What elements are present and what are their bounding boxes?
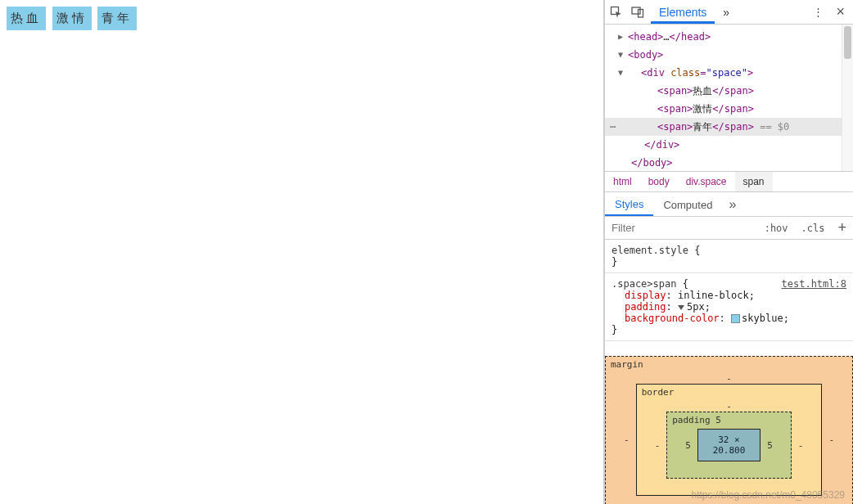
devtools-toolbar: Elements » ⋮ × bbox=[605, 0, 853, 25]
pill-3: 青年 bbox=[97, 7, 137, 30]
dom-tree[interactable]: ▶ <head>…</head> ▼ <body> ▼ <div class="… bbox=[605, 25, 853, 172]
tab-more[interactable]: » bbox=[715, 0, 738, 24]
rule-space-span[interactable]: test.html:8 .space>span { display: inlin… bbox=[605, 273, 853, 341]
dom-body[interactable]: <body> bbox=[628, 49, 663, 61]
crumb-body[interactable]: body bbox=[640, 172, 678, 191]
svg-rect-1 bbox=[632, 7, 640, 14]
box-model: margin - - border - - padding 5 bbox=[605, 341, 853, 504]
crumb-div[interactable]: div.space bbox=[678, 172, 735, 191]
margin-label: margin bbox=[611, 359, 643, 370]
dom-div[interactable]: <div class="space"> bbox=[641, 67, 753, 79]
tab-styles[interactable]: Styles bbox=[605, 192, 653, 216]
dom-head[interactable]: <head> bbox=[628, 31, 663, 43]
cls-toggle[interactable]: .cls bbox=[795, 219, 832, 237]
padding-label: padding 5 bbox=[672, 415, 721, 425]
kebab-icon[interactable]: ⋮ bbox=[810, 4, 826, 20]
device-icon[interactable] bbox=[630, 4, 646, 20]
space-container: 热血 激情 青年 bbox=[7, 7, 597, 30]
styles-more-icon[interactable]: » bbox=[722, 197, 742, 212]
dom-span1[interactable]: <span>热血</span> bbox=[657, 85, 754, 97]
inspect-icon[interactable] bbox=[608, 4, 625, 20]
pill-1: 热血 bbox=[7, 7, 46, 30]
pill-2: 激情 bbox=[52, 7, 92, 30]
color-swatch[interactable] bbox=[731, 314, 740, 323]
tab-computed[interactable]: Computed bbox=[653, 193, 722, 215]
new-rule-button[interactable]: + bbox=[831, 219, 853, 236]
crumb-html[interactable]: html bbox=[605, 172, 640, 191]
watermark: https://blog.csdn.net/m0_48055329 bbox=[692, 489, 845, 501]
dom-span3-selected[interactable]: <span>青年</span> bbox=[657, 121, 754, 133]
crumb-span[interactable]: span bbox=[735, 172, 773, 191]
styles-filter-row: :hov .cls + bbox=[605, 217, 853, 240]
close-icon[interactable]: × bbox=[831, 3, 850, 20]
rule-element-style[interactable]: element.style { } bbox=[605, 240, 853, 273]
devtools-panel: Elements » ⋮ × ▶ <head>…</head> ▼ <body>… bbox=[604, 0, 853, 504]
breadcrumb: html body div.space span bbox=[605, 172, 853, 192]
content-box: 32 × 20.800 bbox=[697, 429, 760, 461]
border-label: border bbox=[642, 387, 675, 398]
styles-tabs: Styles Computed » bbox=[605, 192, 853, 217]
hov-toggle[interactable]: :hov bbox=[758, 219, 795, 237]
dom-span2[interactable]: <span>激情</span> bbox=[657, 103, 754, 115]
filter-input[interactable] bbox=[605, 217, 758, 239]
expand-icon[interactable] bbox=[678, 305, 684, 310]
rendered-page: 热血 激情 青年 bbox=[0, 0, 604, 504]
tab-elements[interactable]: Elements bbox=[651, 0, 715, 24]
dom-div-close[interactable]: </div> bbox=[644, 139, 679, 151]
source-link[interactable]: test.html:8 bbox=[782, 278, 846, 290]
dom-scrollbar[interactable] bbox=[842, 25, 853, 171]
dom-body-close[interactable]: </body> bbox=[631, 157, 673, 169]
